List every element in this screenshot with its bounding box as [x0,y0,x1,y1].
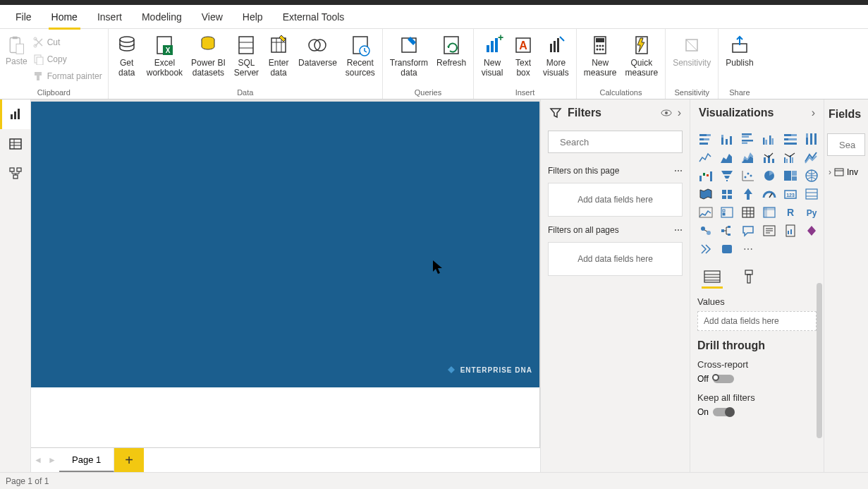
model-icon [8,167,23,181]
dataverse-button[interactable]: Dataverse [294,31,341,87]
viz-multi-row-card[interactable] [802,186,821,203]
pbi-datasets-button[interactable]: Power BI datasets [187,31,230,87]
fields-table-item[interactable]: › Inv [827,164,865,180]
viz-power-apps[interactable] [802,222,821,239]
viz-shape-map[interactable] [717,186,737,203]
more-visuals-button[interactable]: More visuals [539,31,573,87]
cut-button[interactable]: Cut [33,35,102,50]
viz-100-stacked-column[interactable] [802,131,821,147]
page-next-button[interactable]: ► [45,448,59,472]
viz-power-automate[interactable] [696,241,716,258]
viz-qa[interactable] [738,222,758,239]
copy-button[interactable]: Copy [33,52,102,67]
transform-data-button[interactable]: Transform data [386,31,432,87]
cross-report-toggle[interactable]: Off [697,374,817,384]
viz-custom[interactable] [717,241,737,258]
recent-sources-button[interactable]: Recent sources [341,31,379,87]
filters-search-input[interactable] [560,137,678,147]
viz-100-stacked-bar[interactable] [781,131,800,147]
sensitivity-button[interactable]: Sensitivity [668,31,715,87]
new-measure-button[interactable]: New measure [580,31,621,87]
report-canvas-area[interactable]: ENTERPRISE DNA ◄ ► Page 1 + [31,99,540,472]
viz-paginated-report[interactable] [781,222,800,239]
excel-button[interactable]: XExcel workbook [142,31,187,87]
menu-external-tools[interactable]: External Tools [273,5,355,29]
filters-page-more-button[interactable]: ⋯ [674,166,683,176]
enter-data-button[interactable]: Enter data [263,31,294,87]
viz-clustered-bar[interactable] [738,131,758,147]
viz-get-more[interactable]: ⋯ [738,241,758,258]
page-background: ENTERPRISE DNA [31,102,539,387]
viz-area[interactable] [717,149,737,166]
new-visual-button[interactable]: +New visual [477,31,508,87]
fields-tab[interactable] [702,267,723,286]
viz-filled-map[interactable] [696,186,716,203]
viz-r-visual[interactable]: R [781,204,800,221]
keep-filters-toggle[interactable]: On [697,407,817,417]
viz-treemap[interactable] [781,167,800,184]
report-view-button[interactable] [0,99,30,129]
menu-view[interactable]: View [192,5,233,29]
publish-button[interactable]: Publish [721,31,757,87]
viz-card[interactable]: 123 [781,186,800,203]
viz-map[interactable] [802,167,821,184]
viz-line-clustered-column[interactable] [781,149,800,166]
collapse-viz-button[interactable]: › [812,107,815,119]
filters-all-dropzone[interactable]: Add data fields here [548,242,683,276]
viz-funnel[interactable] [717,167,737,184]
viz-stacked-area[interactable] [738,149,758,166]
page-prev-button[interactable]: ◄ [31,448,45,472]
eye-icon[interactable] [661,107,672,119]
viz-pie[interactable] [759,167,779,184]
viz-stacked-column[interactable] [717,131,737,147]
viz-python-visual[interactable]: Py [802,204,821,221]
svg-rect-8 [37,76,39,80]
viz-scatter[interactable] [738,167,758,184]
viz-line[interactable] [696,149,716,166]
viz-scrollbar[interactable] [817,283,822,438]
report-page-canvas[interactable]: ENTERPRISE DNA [31,102,539,447]
viz-table[interactable] [738,204,758,221]
filters-page-dropzone[interactable]: Add data fields here [548,183,683,217]
viz-gauge[interactable] [759,186,779,203]
values-dropzone[interactable]: Add data fields here [697,311,817,331]
svg-rect-47 [11,114,13,119]
viz-waterfall[interactable] [696,167,716,184]
get-data-button[interactable]: Get data [111,31,142,87]
viz-decomposition-tree[interactable] [717,222,737,239]
add-page-button[interactable]: + [114,448,144,472]
svg-rect-67 [721,135,723,138]
model-view-button[interactable] [0,159,30,188]
viz-matrix[interactable] [759,204,779,221]
viz-azure-map[interactable] [738,186,758,203]
collapse-filters-button[interactable]: › [678,107,681,119]
refresh-button[interactable]: Refresh [432,31,470,87]
menu-help[interactable]: Help [233,5,273,29]
menu-home[interactable]: Home [42,5,87,29]
filters-all-more-button[interactable]: ⋯ [674,225,683,235]
viz-smart-narrative[interactable] [759,222,779,239]
sql-server-button[interactable]: SQL Server [230,31,263,87]
menu-file[interactable]: File [6,5,42,29]
paste-button[interactable]: Paste [3,31,30,87]
viz-key-influencers[interactable] [696,222,716,239]
fields-search[interactable] [827,133,865,156]
viz-line-stacked-column[interactable] [759,149,779,166]
format-painter-button[interactable]: Format painter [33,68,102,84]
viz-clustered-column[interactable] [759,131,779,147]
viz-ribbon[interactable] [802,149,821,166]
format-tab[interactable] [740,267,761,286]
filters-search[interactable] [548,131,683,153]
text-box-button[interactable]: AText box [508,31,539,87]
viz-kpi[interactable] [696,204,716,221]
viz-slicer[interactable] [717,204,737,221]
brush-icon [33,71,44,82]
menu-modeling[interactable]: Modeling [132,5,192,29]
viz-stacked-bar[interactable] [696,131,716,147]
svg-rect-93 [792,157,793,163]
quick-measure-button[interactable]: Quick measure [621,31,662,87]
menu-insert[interactable]: Insert [87,5,132,29]
page-tab-1[interactable]: Page 1 [59,448,114,472]
fields-search-input[interactable] [839,140,868,150]
data-view-button[interactable] [0,129,30,159]
